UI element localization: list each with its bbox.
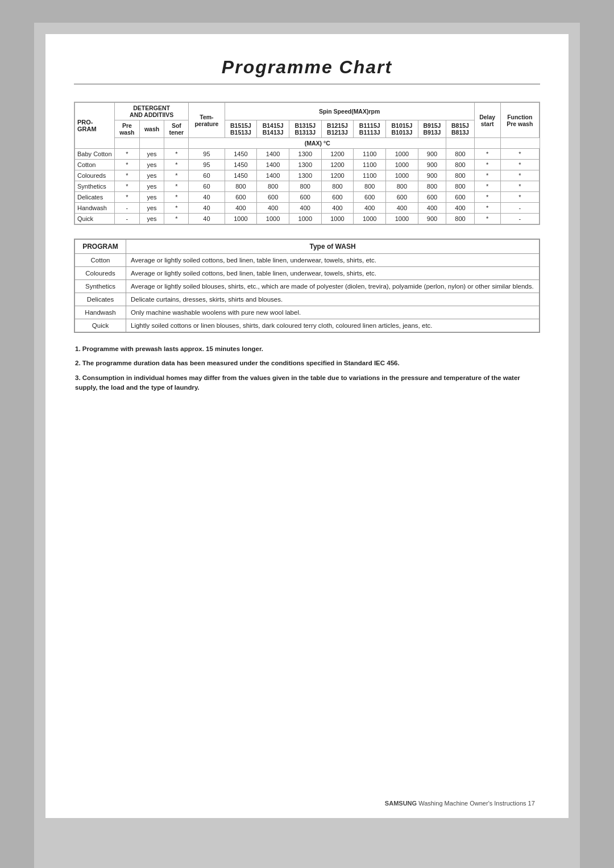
cell-program: Quick <box>75 214 115 224</box>
programme-table-wrapper: PRO-GRAM DETERGENTAND ADDITIIVS Tem-pera… <box>74 102 540 225</box>
wash-table-row: Quick Lightly soiled cottons or linen bl… <box>75 319 540 332</box>
cell-softener: * <box>164 170 189 181</box>
cell-prewash: - <box>115 214 140 224</box>
wash-table-wrapper: PROGRAM Type of WASH Cotton Average or l… <box>74 239 540 333</box>
cell-program: Baby Cotton <box>75 149 115 160</box>
wash-table-row: Cotton Average or lightly soiled cottons… <box>75 254 540 267</box>
cell-speed-0: 400 <box>225 203 257 214</box>
cell-funcprewash: - <box>500 203 539 214</box>
col-maxtemp-wash <box>139 138 164 149</box>
note-3: 3. Consumption in individual homes may d… <box>75 373 539 393</box>
cell-funcprewash: * <box>500 170 539 181</box>
cell-speed-5: 1000 <box>386 160 418 170</box>
note-2: 2. The programme duration data has been … <box>75 358 539 368</box>
cell-temp: 60 <box>189 181 225 192</box>
cell-speed-6: 400 <box>418 203 446 214</box>
col-header-detergent: DETERGENTAND ADDITIIVS <box>115 103 189 120</box>
wash-table-row: Synthetics Average or lightly soiled blo… <box>75 280 540 293</box>
cell-temp: 95 <box>189 160 225 170</box>
cell-speed-5: 1000 <box>386 149 418 160</box>
cell-speed-4: 1100 <box>354 170 386 181</box>
cell-speed-3: 1200 <box>321 170 354 181</box>
cell-speed-2: 1300 <box>289 149 321 160</box>
cell-funcprewash: * <box>500 192 539 203</box>
cell-speed-5: 1000 <box>386 214 418 224</box>
cell-softener: * <box>164 149 189 160</box>
table-row: Baby Cotton*yes*951450140013001200110010… <box>75 149 540 160</box>
cell-speed-7: 800 <box>446 214 474 224</box>
wash-col-type: Type of WASH <box>126 240 540 254</box>
col-subheader-speed7: B915JB913J <box>418 120 446 138</box>
cell-temp: 40 <box>189 203 225 214</box>
cell-program: Cotton <box>75 160 115 170</box>
cell-speed-7: 800 <box>446 160 474 170</box>
cell-speed-2: 1300 <box>289 160 321 170</box>
right-decorative-bar <box>580 0 614 868</box>
col-header-temp: Tem-perature <box>189 103 225 138</box>
wash-program-name: Coloureds <box>75 267 126 280</box>
cell-speed-2: 400 <box>289 203 321 214</box>
cell-speed-6: 900 <box>418 149 446 160</box>
cell-softener: * <box>164 192 189 203</box>
col-subheader-speed6: B1015JB1013J <box>386 120 418 138</box>
cell-temp: 40 <box>189 192 225 203</box>
cell-prewash: * <box>115 192 140 203</box>
cell-softener: * <box>164 160 189 170</box>
notes-section: 1. Programme with prewash lasts approx. … <box>74 344 540 393</box>
wash-program-name: Cotton <box>75 254 126 267</box>
col-maxtemp-soft <box>164 138 189 149</box>
cell-prewash: * <box>115 170 140 181</box>
table-header-row-1: PRO-GRAM DETERGENTAND ADDITIIVS Tem-pera… <box>75 103 540 120</box>
cell-prewash: * <box>115 149 140 160</box>
cell-speed-2: 600 <box>289 192 321 203</box>
cell-prewash: * <box>115 181 140 192</box>
cell-speed-1: 1400 <box>257 149 289 160</box>
cell-speed-6: 900 <box>418 160 446 170</box>
cell-speed-1: 1000 <box>257 214 289 224</box>
col-subheader-softener: Softener <box>164 120 189 138</box>
cell-speed-2: 800 <box>289 181 321 192</box>
cell-speed-4: 600 <box>354 192 386 203</box>
cell-speed-3: 1200 <box>321 160 354 170</box>
cell-wash: yes <box>139 192 164 203</box>
wash-program-name: Quick <box>75 319 126 332</box>
cell-speed-6: 900 <box>418 214 446 224</box>
wash-description: Delicate curtains, dresses, skirts, shir… <box>126 293 540 306</box>
cell-delay: * <box>474 149 500 160</box>
cell-wash: yes <box>139 160 164 170</box>
cell-speed-4: 400 <box>354 203 386 214</box>
cell-speed-0: 800 <box>225 181 257 192</box>
col-header-program: PRO-GRAM <box>75 103 115 149</box>
col-header-spin: Spin Speed(MAX)rpm <box>225 103 474 120</box>
wash-table-row: Handwash Only machine washable woolens w… <box>75 306 540 319</box>
cell-wash: yes <box>139 214 164 224</box>
programme-table: PRO-GRAM DETERGENTAND ADDITIIVS Tem-pera… <box>74 102 540 224</box>
cell-temp: 60 <box>189 170 225 181</box>
note-1: 1. Programme with prewash lasts approx. … <box>75 344 539 354</box>
col-maxtemp-delay <box>446 138 474 149</box>
cell-speed-3: 800 <box>321 181 354 192</box>
col-subheader-prewash: Prewash <box>115 120 140 138</box>
wash-program-name: Delicates <box>75 293 126 306</box>
cell-speed-5: 400 <box>386 203 418 214</box>
col-subheader-speed5: B1115JB1113J <box>354 120 386 138</box>
page-title: Programme Chart <box>74 57 540 85</box>
wash-description: Lightly soiled cottons or linen blouses,… <box>126 319 540 332</box>
cell-speed-4: 800 <box>354 181 386 192</box>
cell-speed-3: 1200 <box>321 149 354 160</box>
wash-type-table: PROGRAM Type of WASH Cotton Average or l… <box>74 239 540 332</box>
page-footer: SAMSUNG Washing Machine Owner's Instruct… <box>385 800 540 807</box>
wash-table-row: Delicates Delicate curtains, dresses, sk… <box>75 293 540 306</box>
cell-softener: * <box>164 203 189 214</box>
cell-softener: * <box>164 181 189 192</box>
cell-wash: yes <box>139 203 164 214</box>
cell-delay: * <box>474 192 500 203</box>
table-row: Coloureds*yes*60145014001300120011001000… <box>75 170 540 181</box>
cell-funcprewash: * <box>500 149 539 160</box>
cell-speed-0: 600 <box>225 192 257 203</box>
wash-col-program: PROGRAM <box>75 240 126 254</box>
footer-brand: SAMSUNG <box>385 800 417 807</box>
footer-text: Washing Machine Owner's Instructions 17 <box>418 800 535 807</box>
cell-speed-4: 1100 <box>354 160 386 170</box>
cell-speed-2: 1000 <box>289 214 321 224</box>
